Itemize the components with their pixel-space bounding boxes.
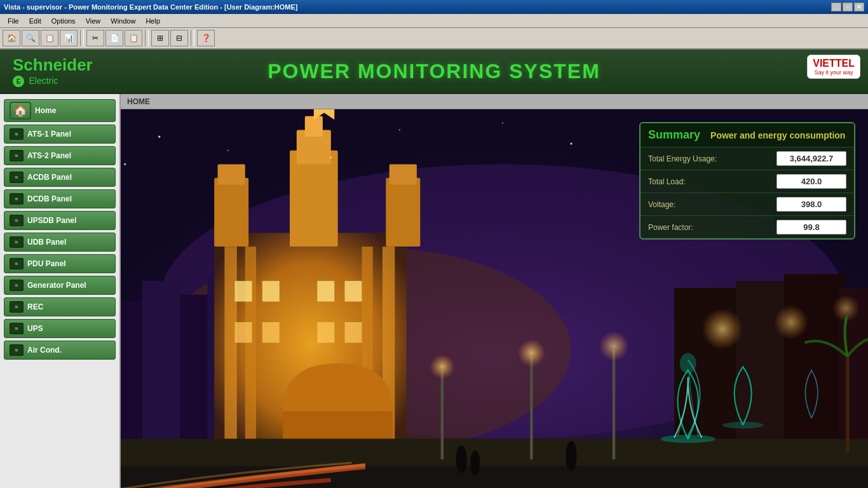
toolbar-separator-1 (80, 30, 84, 46)
svg-point-41 (470, 451, 480, 475)
udb-icon: ≈ (10, 236, 24, 248)
toolbar-btn-10[interactable]: ❓ (197, 30, 215, 46)
svg-point-12 (702, 308, 743, 349)
summary-subtitle: Power and energy consumption (710, 130, 845, 140)
aircond-icon: ≈ (10, 344, 24, 356)
menu-view[interactable]: View (81, 16, 106, 26)
svg-point-51 (722, 422, 764, 429)
restore-button[interactable]: ▫ (843, 3, 853, 11)
menu-edit[interactable]: Edit (24, 16, 46, 26)
svg-point-13 (774, 305, 808, 339)
generator-icon: ≈ (10, 280, 24, 291)
svg-rect-26 (386, 178, 420, 247)
svg-rect-39 (121, 466, 868, 488)
rec-icon: ≈ (10, 301, 24, 313)
summary-row-energy: Total Energy Usage: 3,644,922.7 (641, 147, 854, 170)
dcdb-icon: ≈ (10, 193, 24, 205)
sidebar-item-rec[interactable]: ≈ REC (4, 297, 116, 316)
sidebar-item-dcdb[interactable]: ≈ DCDB Panel (4, 189, 116, 208)
content-area: HOME (121, 94, 868, 488)
svg-rect-28 (235, 281, 252, 301)
sidebar-item-ats1[interactable]: ≈ ATS-1 Panel (4, 125, 116, 144)
dcdb-label: DCDB Panel (27, 194, 72, 203)
toolbar: 🏠 🔍 📋 📊 ✂ 📄 📋 ⊞ ⊟ ❓ (0, 28, 868, 50)
svg-rect-52 (846, 356, 849, 452)
toolbar-btn-5[interactable]: ✂ (86, 30, 104, 46)
menu-options[interactable]: Options (46, 16, 81, 26)
svg-rect-4 (121, 302, 146, 439)
toolbar-btn-3[interactable]: 📋 (41, 30, 58, 46)
generator-label: Generator Panel (27, 281, 86, 290)
summary-title: Summary (648, 128, 700, 142)
menu-window[interactable]: Window (105, 16, 140, 26)
title-bar: Vista - supervisor - Power Monitoring Ex… (0, 0, 868, 14)
voltage-value: 398.0 (776, 197, 846, 212)
svg-rect-32 (235, 322, 252, 342)
sidebar-item-generator[interactable]: ≈ Generator Panel (4, 276, 116, 295)
energy-label: Total Energy Usage: (648, 154, 776, 163)
sidebar: 🏠 Home ≈ ATS-1 Panel ≈ ATS-2 Panel ≈ ACD… (0, 94, 121, 488)
svg-rect-9 (736, 281, 790, 439)
svg-rect-35 (344, 322, 362, 342)
toolbar-btn-6[interactable]: 📄 (105, 30, 123, 46)
sidebar-item-ats2[interactable]: ≈ ATS-2 Panel (4, 146, 116, 165)
menu-bar: File Edit Options View Window Help (0, 14, 868, 28)
app-title: POWER MONITORING SYSTEM (268, 60, 600, 83)
app-header: Schneider Electric POWER MONITORING SYST… (0, 50, 868, 94)
summary-row-voltage: Voltage: 398.0 (641, 193, 854, 215)
pf-label: Power factor: (648, 223, 776, 232)
viettel-logo: VIETTEL Say it your way (807, 55, 860, 79)
toolbar-separator-2 (145, 30, 149, 46)
svg-point-54 (227, 150, 229, 151)
viettel-tagline: Say it your way (813, 69, 855, 76)
close-button[interactable]: ✕ (854, 3, 864, 11)
svg-rect-20 (290, 151, 338, 247)
svg-point-42 (566, 441, 576, 471)
sidebar-item-udb[interactable]: ≈ UDB Panel (4, 233, 116, 252)
electric-text: Electric (29, 76, 58, 86)
load-label: Total Load: (648, 177, 776, 186)
sidebar-item-ups[interactable]: ≈ UPS (4, 319, 116, 338)
svg-point-40 (456, 445, 466, 473)
ups-icon: ≈ (10, 323, 24, 334)
sidebar-item-home[interactable]: 🏠 Home (4, 99, 116, 122)
minimize-button[interactable]: _ (831, 3, 841, 11)
schneider-logo: Schneider Electric (13, 55, 93, 87)
toolbar-btn-8[interactable]: ⊞ (151, 30, 169, 46)
svg-rect-16 (224, 247, 236, 452)
svg-rect-24 (214, 178, 248, 247)
menu-help[interactable]: Help (140, 16, 165, 26)
sidebar-item-aircond[interactable]: ≈ Air Cond. (4, 341, 116, 360)
svg-rect-5 (142, 281, 184, 439)
svg-rect-31 (344, 281, 362, 301)
menu-file[interactable]: File (3, 16, 24, 26)
toolbar-btn-1[interactable]: 🏠 (3, 30, 20, 46)
svg-point-56 (502, 123, 503, 124)
svg-rect-45 (530, 356, 532, 459)
svg-point-62 (330, 156, 332, 158)
toolbar-btn-2[interactable]: 🔍 (22, 30, 39, 46)
sidebar-item-acdb[interactable]: ≈ ACDB Panel (4, 168, 116, 187)
svg-point-44 (430, 355, 454, 379)
svg-rect-30 (317, 281, 334, 301)
window-title: Vista - supervisor - Power Monitoring Ex… (4, 3, 297, 11)
toolbar-btn-7[interactable]: 📋 (125, 30, 142, 46)
sidebar-item-upsdb[interactable]: ≈ UPSDB Panel (4, 211, 116, 230)
svg-point-55 (124, 163, 126, 165)
svg-rect-17 (245, 247, 256, 452)
ups-label: UPS (27, 324, 43, 333)
toolbar-btn-9[interactable]: ⊟ (170, 30, 188, 46)
pdu-label: PDU Panel (27, 259, 66, 268)
svg-rect-27 (390, 164, 417, 184)
window-controls[interactable]: _ ▫ ✕ (831, 3, 864, 11)
schneider-name: Schneider (13, 55, 93, 74)
acdb-label: ACDB Panel (27, 173, 72, 182)
se-icon (13, 76, 24, 87)
viettel-name: VIETTEL (813, 58, 855, 69)
svg-point-46 (518, 339, 545, 367)
toolbar-btn-4[interactable]: 📊 (60, 30, 78, 46)
summary-header: Summary Power and energy consumption (641, 123, 854, 147)
svg-point-57 (570, 142, 572, 144)
summary-row-load: Total Load: 420.0 (641, 170, 854, 193)
sidebar-item-pdu[interactable]: ≈ PDU Panel (4, 254, 116, 273)
